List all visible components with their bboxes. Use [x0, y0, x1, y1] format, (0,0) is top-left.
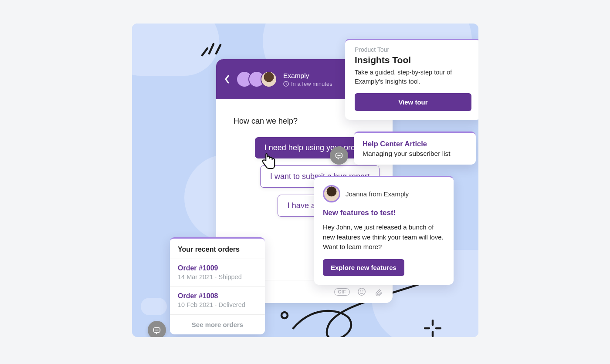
product-tour-card: Product Tour Insights Tool Take a guided… — [345, 39, 478, 120]
svg-point-2 — [358, 288, 366, 296]
announcement-card: Joanna from Examply New features to test… — [314, 176, 454, 285]
help-center-card[interactable]: Help Center Article Managing your subscr… — [354, 131, 476, 165]
chat-launcher-icon[interactable] — [148, 321, 166, 337]
tour-title: Insights Tool — [355, 55, 471, 65]
demo-stage: Examply In a few minutes How can we help… — [132, 24, 478, 337]
svg-point-4 — [363, 291, 363, 291]
order-meta: 14 Mar 2021 · Shipped — [178, 273, 257, 280]
emoji-icon[interactable] — [357, 287, 366, 297]
clock-icon — [283, 81, 289, 87]
svg-point-0 — [281, 312, 288, 318]
decor-blob — [141, 298, 167, 315]
decor-dashes — [200, 39, 226, 61]
order-meta: 10 Feb 2021 · Delivered — [178, 301, 257, 308]
decor-plus — [424, 320, 441, 337]
orders-title: Your recent orders — [170, 239, 265, 259]
author-avatar — [323, 185, 340, 202]
attachment-icon[interactable] — [373, 287, 383, 297]
agent-avatar-stack — [236, 71, 277, 88]
recent-orders-card: Your recent orders Order #1009 14 Mar 20… — [170, 237, 265, 334]
response-time-text: In a few minutes — [291, 81, 332, 87]
chat-response-time: In a few minutes — [283, 81, 332, 87]
tour-description: Take a guided, step-by-step tour of Exam… — [355, 68, 471, 86]
chat-title-block: Examply In a few minutes — [283, 72, 332, 87]
announcement-header: Joanna from Examply — [323, 185, 445, 202]
announcement-title: New features to test! — [323, 209, 445, 217]
order-row: Order #1008 10 Feb 2021 · Delivered — [170, 286, 265, 314]
view-tour-button[interactable]: View tour — [355, 93, 471, 111]
see-more-orders-button[interactable]: See more orders — [170, 314, 265, 334]
help-launcher-icon[interactable] — [330, 146, 348, 165]
tour-eyebrow: Product Tour — [355, 46, 471, 53]
explore-features-button[interactable]: Explore new features — [323, 259, 404, 276]
svg-point-3 — [360, 291, 361, 291]
back-button[interactable] — [224, 74, 230, 84]
help-center-subtitle: Managing your subscriber list — [363, 150, 467, 158]
order-link[interactable]: Order #1008 — [178, 292, 257, 300]
order-link[interactable]: Order #1009 — [178, 264, 257, 272]
avatar — [261, 71, 277, 88]
help-center-title: Help Center Article — [363, 140, 467, 148]
gif-button[interactable]: GIF — [334, 288, 350, 296]
announcement-from: Joanna from Examply — [346, 190, 409, 198]
order-row: Order #1009 14 Mar 2021 · Shipped — [170, 259, 265, 286]
chat-brand: Examply — [283, 72, 332, 80]
announcement-body: Hey John, we just released a bunch of ne… — [323, 222, 445, 252]
